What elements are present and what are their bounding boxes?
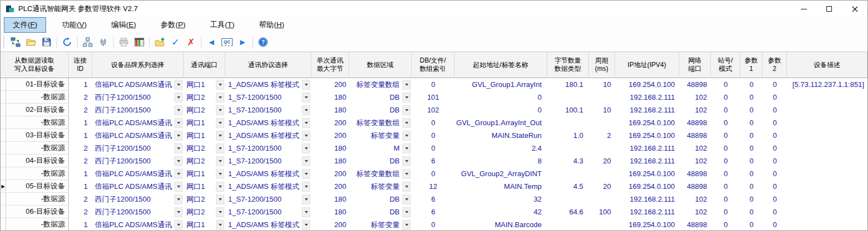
cell-param2[interactable]: 0: [763, 78, 787, 91]
cell-net_port[interactable]: 102: [679, 206, 711, 218]
cell-port-combobox[interactable]: 网口1: [184, 218, 225, 230]
cell-cycle[interactable]: [589, 167, 615, 180]
cell-station[interactable]: 0: [711, 180, 740, 193]
cell-station[interactable]: 0: [711, 142, 740, 155]
apply-button[interactable]: ✓: [168, 35, 183, 49]
cell-db_index[interactable]: 102: [412, 104, 455, 116]
cell-desc[interactable]: [787, 155, 867, 167]
chevron-down-icon[interactable]: [216, 194, 224, 204]
chevron-down-icon[interactable]: [302, 156, 310, 166]
cell-protocol-combobox[interactable]: 1_ADS/AMS 标签模式: [225, 78, 311, 91]
cell-brand-combobox[interactable]: 西门子1200/1500: [92, 142, 184, 155]
cell-conn_id[interactable]: 1: [69, 116, 92, 129]
menu-item-E[interactable]: 编辑(E): [102, 17, 145, 33]
cell-param2[interactable]: 0: [763, 206, 787, 218]
chevron-down-icon[interactable]: [302, 182, 310, 192]
cell-address[interactable]: GVL_Group2_ArrayDINT: [455, 167, 547, 180]
data-grid-button[interactable]: [132, 35, 147, 49]
row-header-cell[interactable]: 02-目标设备: [6, 104, 69, 116]
print-button[interactable]: [117, 35, 131, 49]
cell-station[interactable]: 0: [711, 167, 740, 180]
cell-protocol-combobox[interactable]: 1_S7-1200/1500: [225, 104, 311, 116]
cell-address[interactable]: GVL_Group1.ArrayInt_Out: [455, 116, 547, 129]
cell-ip[interactable]: 169.254.0.100: [615, 218, 679, 230]
chevron-down-icon[interactable]: [402, 220, 411, 230]
chevron-down-icon[interactable]: [302, 143, 310, 153]
cell-param1[interactable]: 0: [740, 167, 763, 180]
cell-brand-combobox[interactable]: 西门子1200/1500: [92, 91, 184, 104]
cell-conn_id[interactable]: 2: [69, 206, 92, 218]
cell-brand-combobox[interactable]: 倍福PLC ADS/AMS通讯: [92, 129, 184, 142]
cell-max_bytes[interactable]: 200: [311, 167, 349, 180]
cell-station[interactable]: 0: [711, 206, 740, 218]
chevron-down-icon[interactable]: [216, 93, 224, 102]
row-header-cell[interactable]: 06-目标设备: [6, 206, 69, 218]
cell-ip[interactable]: 192.168.2.111: [615, 155, 679, 167]
chevron-down-icon[interactable]: [402, 93, 411, 102]
chevron-down-icon[interactable]: [174, 118, 183, 128]
network-tree-button[interactable]: [80, 35, 95, 49]
cell-desc[interactable]: [787, 218, 867, 230]
cell-conn_id[interactable]: 2: [69, 142, 92, 155]
close-button[interactable]: [842, 1, 867, 17]
cell-desc[interactable]: [787, 104, 867, 116]
chevron-down-icon[interactable]: [216, 220, 224, 230]
help-button[interactable]: ?: [256, 35, 270, 49]
cell-conn_id[interactable]: 1: [69, 218, 92, 230]
cancel-button[interactable]: ✗: [184, 35, 198, 49]
cell-conn_id[interactable]: 2: [69, 193, 92, 206]
cell-address[interactable]: GVL_Group1.ArrayInt: [455, 78, 547, 91]
menu-item-P[interactable]: 参数(P): [152, 17, 194, 33]
cell-address[interactable]: 2.4: [455, 142, 547, 155]
cell-max_bytes[interactable]: 180: [311, 193, 349, 206]
cell-byte_type[interactable]: [547, 142, 589, 155]
cell-cycle[interactable]: 100: [589, 206, 615, 218]
cell-param2[interactable]: 0: [763, 167, 787, 180]
cell-protocol-combobox[interactable]: 1_S7-1200/1500: [225, 91, 311, 104]
cell-max_bytes[interactable]: 200: [311, 218, 349, 230]
cell-byte_type[interactable]: 4.3: [547, 155, 589, 167]
row-header-cell[interactable]: -数据源: [6, 218, 69, 230]
cell-address[interactable]: MAIN.Temp: [455, 180, 547, 193]
cell-address[interactable]: MAIN.StateRun: [455, 129, 547, 142]
cell-db_index[interactable]: 0: [412, 116, 455, 129]
cell-ip[interactable]: 169.254.0.100: [615, 180, 679, 193]
cell-port-combobox[interactable]: 网口2: [184, 104, 225, 116]
qc-mode-button[interactable]: QC: [220, 35, 234, 49]
add-folder-button[interactable]: [153, 35, 167, 49]
cell-port-combobox[interactable]: 网口2: [184, 206, 225, 218]
cell-desc[interactable]: [787, 206, 867, 218]
cell-port-combobox[interactable]: 网口1: [184, 180, 225, 193]
cell-net_port[interactable]: 48898: [679, 78, 711, 91]
chevron-down-icon[interactable]: [174, 194, 183, 204]
cell-protocol-combobox[interactable]: 1_S7-1200/1500: [225, 142, 311, 155]
chevron-down-icon[interactable]: [216, 182, 224, 192]
cell-param1[interactable]: 0: [740, 104, 763, 116]
cell-brand-combobox[interactable]: 倍福PLC ADS/AMS通讯: [92, 78, 184, 91]
cell-byte_type[interactable]: [547, 116, 589, 129]
cell-db_index[interactable]: 101: [412, 91, 455, 104]
cell-param1[interactable]: 0: [740, 78, 763, 91]
row-header-cell[interactable]: 05-目标设备: [6, 180, 69, 193]
chevron-down-icon[interactable]: [174, 80, 183, 90]
cell-param1[interactable]: 0: [740, 116, 763, 129]
cell-ip[interactable]: 192.168.2.111: [615, 193, 679, 206]
chevron-down-icon[interactable]: [402, 105, 411, 115]
cell-conn_id[interactable]: 1: [69, 78, 92, 91]
chevron-down-icon[interactable]: [302, 169, 310, 179]
cell-desc[interactable]: [787, 180, 867, 193]
cell-data_area-combobox[interactable]: DB: [349, 206, 412, 218]
chevron-down-icon[interactable]: [216, 105, 224, 115]
cell-byte_type[interactable]: 4.5: [547, 180, 589, 193]
cell-protocol-combobox[interactable]: 1_ADS/AMS 标签模式: [225, 167, 311, 180]
row-header-cell[interactable]: -数据源: [6, 193, 69, 206]
cell-conn_id[interactable]: 2: [69, 155, 92, 167]
cell-net_port[interactable]: 102: [679, 91, 711, 104]
cell-data_area-combobox[interactable]: 标签变量: [349, 218, 412, 230]
cell-cycle[interactable]: [589, 193, 615, 206]
cell-db_index[interactable]: 0: [412, 218, 455, 230]
cell-param2[interactable]: 0: [763, 180, 787, 193]
cell-net_port[interactable]: 48898: [679, 167, 711, 180]
chevron-down-icon[interactable]: [174, 156, 183, 166]
chevron-down-icon[interactable]: [402, 118, 411, 128]
